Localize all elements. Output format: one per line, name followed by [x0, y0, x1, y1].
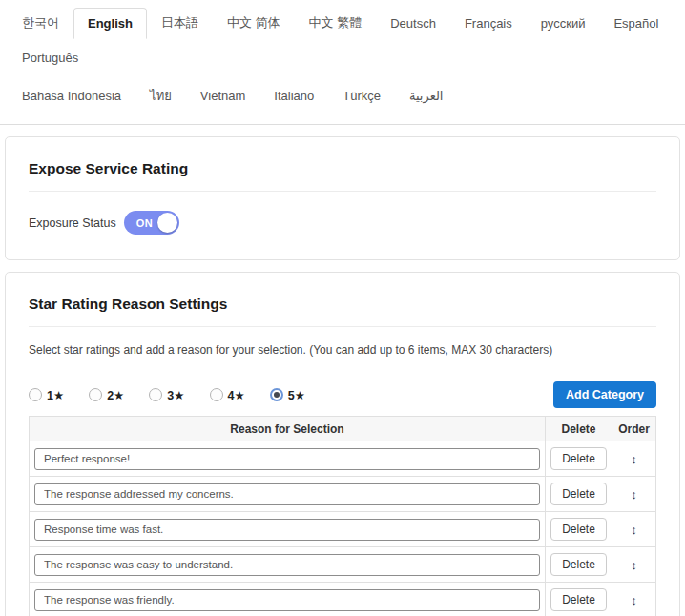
- drag-handle-icon[interactable]: ↕: [631, 558, 637, 572]
- radio-selected-icon: [270, 388, 283, 401]
- exposure-status-toggle[interactable]: ON: [124, 211, 179, 235]
- star-rating-settings-card: Star Rating Reason Settings Select star …: [5, 272, 680, 616]
- table-row: Delete ↕: [30, 477, 656, 512]
- drag-handle-icon[interactable]: ↕: [631, 593, 637, 607]
- radio-icon: [89, 388, 102, 401]
- rating-radio-5star[interactable]: 5★: [270, 388, 305, 402]
- expose-card-title: Expose Service Rating: [23, 156, 662, 177]
- card-divider: [29, 191, 656, 192]
- drag-handle-icon[interactable]: ↕: [631, 523, 637, 537]
- tab-chinese-traditional[interactable]: 中文 繁體: [295, 6, 377, 40]
- delete-button-2[interactable]: Delete: [550, 483, 607, 505]
- tab-english[interactable]: English: [73, 8, 147, 39]
- tab-french[interactable]: Français: [450, 8, 527, 39]
- card-divider: [29, 326, 656, 327]
- star-rating-radio-group: 1★ 2★ 3★ 4★ 5★: [29, 388, 305, 402]
- delete-button-4[interactable]: Delete: [550, 553, 607, 576]
- rating-radio-3star[interactable]: 3★: [149, 388, 184, 402]
- rating-radio-1star[interactable]: 1★: [29, 388, 64, 402]
- header-reason: Reason for Selection: [30, 417, 546, 441]
- reason-input-5[interactable]: [34, 589, 540, 611]
- tab-turkish[interactable]: Türkçe: [328, 80, 395, 112]
- delete-button-1[interactable]: Delete: [550, 447, 607, 470]
- rating-radio-label: 3★: [167, 388, 184, 402]
- exposure-status-label: Exposure Status: [29, 216, 116, 230]
- radio-icon: [210, 388, 223, 401]
- table-row: Delete ↕: [30, 583, 656, 616]
- radio-icon: [149, 388, 162, 401]
- drag-handle-icon[interactable]: ↕: [631, 487, 637, 502]
- reason-input-4[interactable]: [34, 554, 540, 576]
- add-category-button[interactable]: Add Category: [553, 381, 656, 408]
- rating-radio-label: 1★: [47, 388, 64, 402]
- tab-russian[interactable]: русский: [527, 8, 600, 39]
- rating-radio-label: 4★: [228, 388, 245, 402]
- tab-indonesian[interactable]: Bahasa Indonesia: [8, 80, 135, 112]
- reason-input-1[interactable]: [34, 448, 540, 470]
- toggle-on-label: ON: [136, 217, 154, 229]
- drag-handle-icon[interactable]: ↕: [631, 452, 637, 466]
- table-header-row: Reason for Selection Delete Order: [30, 417, 656, 441]
- delete-button-5[interactable]: Delete: [550, 588, 607, 611]
- rating-controls-row: 1★ 2★ 3★ 4★ 5★ Add Category: [29, 381, 656, 408]
- language-tabbar: 한국어 English 日本語 中文 简体 中文 繁體 Deutsch Fran…: [0, 0, 685, 125]
- tab-japanese[interactable]: 日本語: [147, 6, 213, 40]
- tab-thai[interactable]: ไทย: [135, 77, 186, 114]
- tab-italian[interactable]: Italiano: [259, 80, 328, 112]
- toggle-knob-icon: [157, 213, 177, 233]
- rating-radio-label: 5★: [288, 388, 305, 402]
- tab-arabic[interactable]: العربية: [395, 80, 458, 112]
- tab-portuguese[interactable]: Português: [8, 42, 93, 73]
- exposure-status-row: Exposure Status ON: [29, 211, 656, 235]
- reason-input-2[interactable]: [34, 483, 540, 505]
- header-delete: Delete: [546, 417, 612, 441]
- star-card-description: Select star ratings and add a reason for…: [29, 343, 656, 357]
- header-order: Order: [612, 417, 656, 441]
- radio-icon: [29, 388, 42, 401]
- expose-service-rating-card: Expose Service Rating Exposure Status ON: [5, 136, 680, 260]
- rating-radio-2star[interactable]: 2★: [89, 388, 124, 402]
- rating-radio-label: 2★: [107, 388, 124, 402]
- delete-button-3[interactable]: Delete: [550, 518, 607, 541]
- reason-input-3[interactable]: [34, 519, 540, 541]
- table-row: Delete ↕: [30, 547, 656, 583]
- tab-spanish[interactable]: Español: [599, 8, 673, 39]
- table-row: Delete ↕: [30, 512, 656, 547]
- table-row: Delete ↕: [30, 441, 656, 477]
- star-card-title: Star Rating Reason Settings: [23, 292, 662, 313]
- tab-korean[interactable]: 한국어: [8, 6, 73, 40]
- reason-table: Reason for Selection Delete Order Delete…: [29, 416, 656, 616]
- tab-chinese-simplified[interactable]: 中文 简体: [213, 6, 295, 40]
- tab-vietnamese[interactable]: Vietnam: [186, 80, 259, 112]
- tab-german[interactable]: Deutsch: [376, 8, 450, 39]
- rating-radio-4star[interactable]: 4★: [210, 388, 245, 402]
